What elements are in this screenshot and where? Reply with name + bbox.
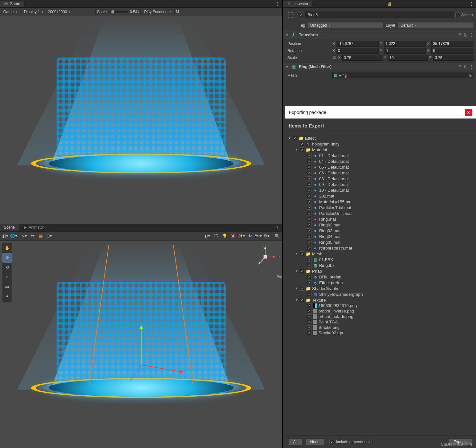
- item-checkbox[interactable]: [300, 251, 304, 256]
- tree-row[interactable]: ▼📁Prfab: [286, 268, 475, 274]
- shading-dropdown-icon[interactable]: ◧▾: [1, 232, 9, 239]
- export-file-tree[interactable]: ▼📁Effect✢hologram.unity▼📁Material●01 - D…: [285, 133, 476, 435]
- tree-row[interactable]: ▩ShinyFlow.shadergraph: [286, 291, 475, 297]
- toggle-2d[interactable]: 2D: [212, 232, 220, 239]
- transform-tool-icon[interactable]: ✦: [2, 292, 12, 301]
- tab-game[interactable]: 🎮 Game: [0, 1, 24, 7]
- tree-row[interactable]: ●rthrbnrstnrstn.mat: [286, 245, 475, 251]
- foldout-icon[interactable]: ▼: [295, 148, 299, 151]
- item-checkbox[interactable]: [307, 217, 311, 221]
- item-checkbox[interactable]: [307, 199, 311, 204]
- snap-icon[interactable]: ⊞▾: [45, 232, 53, 239]
- orientation-gizmo[interactable]: y x Persp: [254, 246, 276, 268]
- tab-animator[interactable]: ▶ Animator: [19, 224, 48, 231]
- item-checkbox[interactable]: [307, 257, 311, 262]
- hidden-icon[interactable]: 👁: [246, 232, 254, 239]
- tree-row[interactable]: Point.TGA: [286, 319, 475, 325]
- item-checkbox[interactable]: [307, 309, 311, 313]
- item-checkbox[interactable]: [300, 269, 304, 273]
- fx-icon[interactable]: ✨▾: [238, 232, 245, 239]
- item-checkbox[interactable]: [307, 263, 311, 268]
- help-icon[interactable]: ?: [459, 33, 461, 37]
- tree-row[interactable]: Smoke.png: [286, 325, 475, 330]
- preset-icon[interactable]: ⎘: [464, 65, 466, 69]
- layer-dropdown[interactable]: Default: [398, 22, 473, 28]
- light-icon[interactable]: 💡: [221, 232, 229, 239]
- scale-y-input[interactable]: [388, 55, 428, 61]
- rotation-z-input[interactable]: [431, 48, 473, 54]
- item-checkbox[interactable]: [307, 194, 311, 198]
- tree-row[interactable]: ✢hologram.unity: [286, 141, 475, 147]
- game-mode-dropdown[interactable]: Game: [1, 9, 19, 15]
- position-y-input[interactable]: [384, 41, 426, 47]
- tree-row[interactable]: ●Ring05.mat: [286, 239, 475, 245]
- object-name-input[interactable]: [305, 12, 454, 18]
- tree-row[interactable]: ▼📁Mesh: [286, 251, 475, 257]
- scale-slider[interactable]: [109, 11, 128, 13]
- item-checkbox[interactable]: [307, 223, 311, 227]
- tree-row[interactable]: 1693392834319.png: [286, 303, 475, 308]
- foldout-icon[interactable]: ▼: [295, 252, 299, 255]
- tree-row[interactable]: ●06 - Default.mat: [286, 170, 475, 176]
- item-checkbox[interactable]: [293, 136, 297, 140]
- draw-mode-icon[interactable]: ◐▾: [203, 232, 211, 239]
- foldout-icon[interactable]: ▼: [288, 136, 292, 140]
- tree-row[interactable]: ●Material #155.mat: [286, 199, 475, 205]
- search-icon[interactable]: 🔍: [273, 232, 281, 239]
- tree-row[interactable]: ●01 - Default.mat: [286, 153, 475, 158]
- foldout-icon[interactable]: ▼: [295, 298, 299, 302]
- grid-snap-icon[interactable]: ▦: [37, 232, 45, 239]
- rect-tool-icon[interactable]: ▭: [2, 282, 12, 292]
- item-checkbox[interactable]: [307, 280, 311, 285]
- tree-row[interactable]: orbtint_inverse.png: [286, 308, 475, 314]
- mesh-object-field[interactable]: ▦ Ring ◉: [332, 73, 473, 78]
- item-checkbox[interactable]: [307, 153, 311, 158]
- lock-icon[interactable]: 🔒: [385, 2, 395, 6]
- item-checkbox[interactable]: [307, 314, 311, 319]
- focus-dropdown[interactable]: Play Focused: [142, 9, 173, 15]
- tree-row[interactable]: ●Ring03.mat: [286, 228, 475, 233]
- audio-icon[interactable]: 🔇: [229, 232, 237, 239]
- item-checkbox[interactable]: [307, 188, 311, 192]
- item-checkbox[interactable]: [307, 228, 311, 233]
- tree-row[interactable]: ▼📁Texture: [286, 297, 475, 303]
- tab-inspector[interactable]: ℹ Inspector: [283, 1, 312, 7]
- item-checkbox[interactable]: [307, 159, 311, 163]
- foldout-icon[interactable]: ▼: [295, 287, 299, 290]
- pivot-icon[interactable]: ⤡▾: [20, 232, 28, 239]
- tree-row[interactable]: ⬘DiTai.prefab: [286, 274, 475, 280]
- static-checkbox[interactable]: [455, 13, 460, 17]
- transform-header[interactable]: ▼ Transform ? ⎘ ⋮: [283, 31, 476, 39]
- tree-row[interactable]: ●10 - Default.mat: [286, 187, 475, 193]
- item-checkbox[interactable]: [307, 331, 311, 335]
- tree-row[interactable]: Smoke02.tga: [286, 330, 475, 336]
- scene-viewport[interactable]: ✋ ✥ ⟲ ⤢ ▭ ✦: [0, 241, 282, 448]
- item-checkbox[interactable]: [307, 246, 311, 250]
- include-deps-checkbox[interactable]: [329, 440, 334, 444]
- tree-row[interactable]: ●09 - Default.mat: [286, 181, 475, 187]
- item-checkbox[interactable]: [307, 182, 311, 187]
- item-checkbox[interactable]: [307, 171, 311, 175]
- scale-x-input[interactable]: [342, 55, 382, 61]
- game-viewport[interactable]: [0, 16, 282, 224]
- item-checkbox[interactable]: [307, 211, 311, 215]
- item-checkbox[interactable]: [300, 298, 304, 302]
- handle-icon[interactable]: ⌖▾: [29, 232, 36, 239]
- help-icon[interactable]: ?: [459, 65, 461, 69]
- scale-tool-icon[interactable]: ⤢: [2, 272, 12, 282]
- item-checkbox[interactable]: [307, 165, 311, 169]
- tree-row[interactable]: ▼📁Effect: [286, 135, 475, 141]
- dialog-titlebar[interactable]: Exporting package ✕: [285, 106, 476, 119]
- tree-row[interactable]: ●ParticlesTrial.mat: [286, 205, 475, 210]
- item-checkbox[interactable]: [307, 275, 311, 279]
- tree-row[interactable]: ●Ring04.mat: [286, 233, 475, 239]
- all-button[interactable]: All: [288, 438, 302, 445]
- tree-row[interactable]: ⬘Effect.prefab: [286, 280, 475, 285]
- gameobject-icon[interactable]: ⬚: [285, 10, 296, 20]
- tree-row[interactable]: ●202.mat: [286, 193, 475, 199]
- tag-dropdown[interactable]: Untagged: [308, 22, 383, 28]
- tree-row[interactable]: ●ParticlesUnlit.mat: [286, 210, 475, 216]
- none-button[interactable]: None: [305, 438, 324, 445]
- item-checkbox[interactable]: [307, 234, 311, 239]
- resolution-dropdown[interactable]: 2000x2000: [46, 9, 94, 15]
